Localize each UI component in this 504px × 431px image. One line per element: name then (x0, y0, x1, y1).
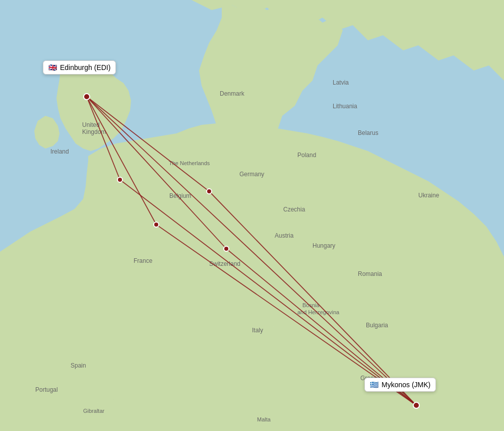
country-austria: Austria (275, 232, 294, 239)
country-switzerland: Switzerland (209, 260, 240, 267)
svg-point-13 (117, 177, 122, 182)
country-poland: Poland (297, 152, 316, 159)
country-bulgaria: Bulgaria (366, 322, 388, 329)
country-latvia: Latvia (333, 79, 349, 86)
country-czechia: Czechia (283, 206, 305, 213)
svg-point-14 (154, 222, 159, 227)
country-ukraine: Ukraine (418, 192, 439, 199)
map-container: Ireland United Kingdom Denmark Latvia Li… (0, 0, 504, 431)
country-lithuania: Lithuania (333, 103, 357, 110)
map-svg: Ireland United Kingdom Denmark Latvia Li… (0, 0, 504, 431)
country-spain: Spain (71, 362, 86, 369)
svg-point-12 (413, 402, 419, 408)
svg-text:Kingdom: Kingdom (82, 128, 106, 135)
country-ireland: Ireland (50, 148, 69, 155)
country-france: France (134, 257, 153, 264)
country-italy: Italy (252, 327, 263, 334)
country-malta: Malta (257, 416, 271, 422)
country-hungary: Hungary (312, 242, 335, 249)
country-romania: Romania (358, 270, 382, 277)
svg-point-15 (207, 189, 212, 194)
svg-point-16 (224, 246, 229, 251)
country-belarus: Belarus (358, 129, 379, 136)
svg-point-11 (84, 94, 90, 100)
country-gibraltar: Gibraltar (83, 408, 105, 414)
country-portugal: Portugal (35, 386, 58, 393)
country-germany: Germany (239, 171, 264, 178)
country-denmark: Denmark (220, 90, 245, 97)
